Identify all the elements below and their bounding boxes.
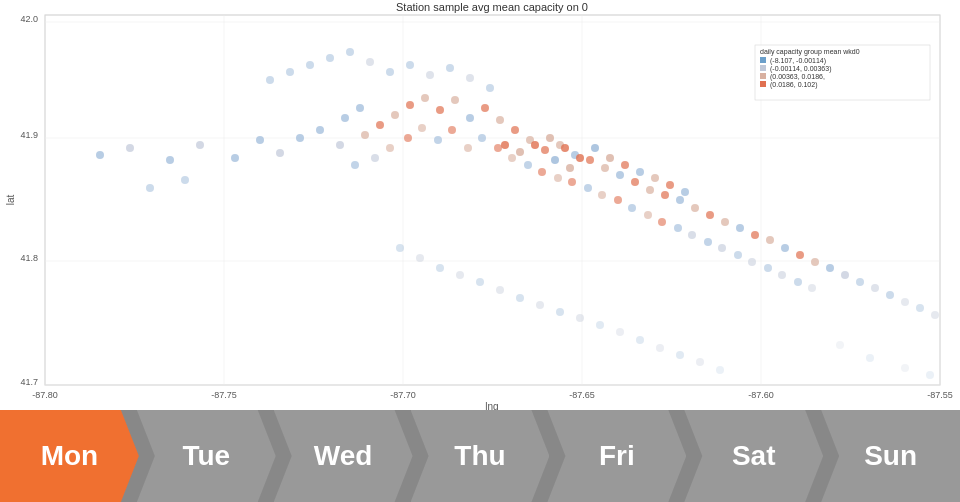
svg-point-45 xyxy=(481,104,489,112)
svg-point-24 xyxy=(126,144,134,152)
svg-point-83 xyxy=(464,144,472,152)
svg-point-38 xyxy=(376,121,384,129)
svg-point-57 xyxy=(661,191,669,199)
svg-point-112 xyxy=(366,58,374,66)
svg-point-39 xyxy=(391,111,399,119)
svg-point-142 xyxy=(531,141,539,149)
svg-point-108 xyxy=(286,68,294,76)
svg-point-41 xyxy=(421,94,429,102)
svg-point-121 xyxy=(436,264,444,272)
svg-point-74 xyxy=(916,304,924,312)
svg-point-25 xyxy=(166,156,174,164)
svg-point-100 xyxy=(718,244,726,252)
svg-point-82 xyxy=(448,126,456,134)
day-tue[interactable]: Tue xyxy=(137,410,276,502)
svg-point-23 xyxy=(96,151,104,159)
svg-text:-87.70: -87.70 xyxy=(390,390,416,400)
svg-point-81 xyxy=(434,136,442,144)
svg-point-122 xyxy=(456,271,464,279)
svg-point-56 xyxy=(646,186,654,194)
svg-text:41.7: 41.7 xyxy=(20,377,38,387)
day-sun[interactable]: Sun xyxy=(821,410,960,502)
svg-point-66 xyxy=(796,251,804,259)
svg-point-127 xyxy=(556,308,564,316)
svg-text:(-0.00114, 0.00363): (-0.00114, 0.00363) xyxy=(770,65,832,73)
svg-point-109 xyxy=(306,61,314,69)
svg-point-55 xyxy=(631,178,639,186)
svg-point-119 xyxy=(396,244,404,252)
svg-point-60 xyxy=(706,211,714,219)
svg-point-136 xyxy=(836,341,844,349)
svg-point-146 xyxy=(566,164,574,172)
svg-point-154 xyxy=(681,188,689,196)
svg-point-135 xyxy=(716,366,724,374)
svg-text:42.0: 42.0 xyxy=(20,14,38,24)
svg-point-69 xyxy=(841,271,849,279)
svg-point-92 xyxy=(598,191,606,199)
svg-text:(0.0186, 0.102): (0.0186, 0.102) xyxy=(770,81,817,89)
svg-point-36 xyxy=(336,141,344,149)
day-sat[interactable]: Sat xyxy=(684,410,823,502)
day-fri[interactable]: Fri xyxy=(547,410,686,502)
svg-text:lng: lng xyxy=(485,401,498,410)
svg-point-123 xyxy=(476,278,484,286)
svg-point-72 xyxy=(886,291,894,299)
day-mon[interactable]: Mon xyxy=(0,410,139,502)
svg-point-130 xyxy=(616,328,624,336)
svg-point-54 xyxy=(616,171,624,179)
svg-point-131 xyxy=(636,336,644,344)
svg-point-124 xyxy=(496,286,504,294)
svg-point-53 xyxy=(601,164,609,172)
svg-point-125 xyxy=(516,294,524,302)
svg-text:-87.65: -87.65 xyxy=(569,390,595,400)
svg-point-101 xyxy=(734,251,742,259)
chart-area: Station sample avg mean capacity on 0 41… xyxy=(0,0,960,410)
svg-point-78 xyxy=(386,144,394,152)
svg-point-114 xyxy=(406,61,414,69)
svg-text:daily capacity group mean wkd0: daily capacity group mean wkd0 xyxy=(760,48,860,56)
svg-point-153 xyxy=(666,181,674,189)
svg-point-151 xyxy=(636,168,644,176)
svg-point-58 xyxy=(676,196,684,204)
svg-point-62 xyxy=(736,224,744,232)
day-wed[interactable]: Wed xyxy=(274,410,413,502)
svg-point-143 xyxy=(546,134,554,142)
svg-point-65 xyxy=(781,244,789,252)
svg-point-70 xyxy=(856,278,864,286)
svg-point-134 xyxy=(696,358,704,366)
svg-point-47 xyxy=(511,126,519,134)
svg-point-73 xyxy=(901,298,909,306)
day-thu[interactable]: Thu xyxy=(411,410,550,502)
svg-point-32 xyxy=(181,176,189,184)
svg-point-80 xyxy=(418,124,426,132)
svg-point-150 xyxy=(621,161,629,169)
svg-point-28 xyxy=(256,136,264,144)
svg-point-37 xyxy=(361,131,369,139)
svg-point-30 xyxy=(296,134,304,142)
svg-point-117 xyxy=(466,74,474,82)
svg-point-79 xyxy=(404,134,412,142)
svg-point-31 xyxy=(146,184,154,192)
svg-point-120 xyxy=(416,254,424,262)
svg-point-106 xyxy=(808,284,816,292)
svg-point-144 xyxy=(561,144,569,152)
svg-point-132 xyxy=(656,344,664,352)
svg-point-98 xyxy=(688,231,696,239)
svg-point-35 xyxy=(356,104,364,112)
svg-point-115 xyxy=(426,71,434,79)
svg-point-97 xyxy=(674,224,682,232)
svg-point-148 xyxy=(591,144,599,152)
svg-point-149 xyxy=(606,154,614,162)
svg-point-89 xyxy=(554,174,562,182)
svg-text:-87.60: -87.60 xyxy=(748,390,774,400)
svg-point-42 xyxy=(436,106,444,114)
svg-text:-87.55: -87.55 xyxy=(927,390,953,400)
svg-text:lat: lat xyxy=(5,194,16,205)
svg-point-95 xyxy=(644,211,652,219)
chart-title: Station sample avg mean capacity on 0 xyxy=(396,1,588,13)
svg-point-111 xyxy=(346,48,354,56)
svg-point-128 xyxy=(576,314,584,322)
svg-point-67 xyxy=(811,258,819,266)
svg-point-43 xyxy=(451,96,459,104)
svg-point-88 xyxy=(538,168,546,176)
